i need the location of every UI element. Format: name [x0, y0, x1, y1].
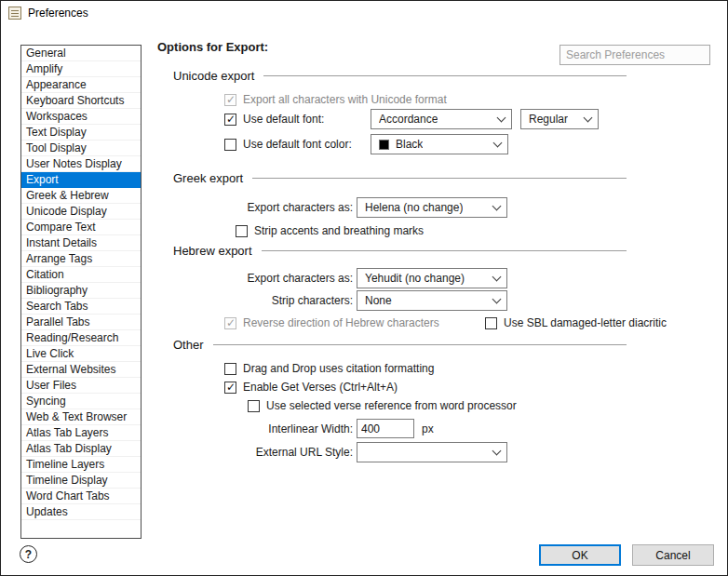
external-url-style-select[interactable] — [357, 442, 507, 462]
sidebar-list: GeneralAmplifyAppearanceKeyboard Shortcu… — [20, 45, 142, 539]
sidebar-item-citation[interactable]: Citation — [21, 267, 141, 283]
strip-accents-checkbox-row[interactable]: Strip accents and breathing marks — [236, 223, 424, 238]
color-swatch-black-icon — [379, 140, 389, 150]
section-rule — [252, 178, 627, 179]
use-default-font-checkbox-row[interactable]: Use default font: — [224, 112, 324, 127]
hebrew-export-as-select[interactable]: Yehudit (no change) — [357, 268, 507, 288]
external-url-style-label: External URL Style: — [157, 446, 353, 459]
sidebar-item-parallel-tabs[interactable]: Parallel Tabs — [21, 315, 141, 330]
enable-get-verses-checkbox[interactable] — [224, 382, 236, 394]
enable-get-verses-checkbox-row[interactable]: Enable Get Verses (Ctrl+Alt+A) — [224, 380, 398, 395]
reverse-direction-checkbox-row[interactable]: Reverse direction of Hebrew characters — [224, 315, 439, 330]
sidebar-item-amplify[interactable]: Amplify — [21, 61, 141, 77]
section-title: Unicode export — [173, 69, 254, 83]
chevron-down-icon — [492, 446, 502, 455]
help-button[interactable]: ? — [20, 545, 37, 563]
section-heading-hebrew-export: Hebrew export — [173, 243, 627, 259]
sidebar-item-arrange-tags[interactable]: Arrange Tags — [21, 251, 141, 267]
sidebar-item-web-text-browser[interactable]: Web & Text Browser — [21, 409, 141, 425]
interlinear-width-input[interactable] — [357, 419, 414, 438]
cancel-button[interactable]: Cancel — [632, 544, 714, 566]
strip-characters-select[interactable]: None — [357, 290, 507, 311]
sidebar-item-atlas-tab-layers[interactable]: Atlas Tab Layers — [21, 425, 141, 441]
sbl-diacritic-checkbox[interactable] — [485, 317, 497, 329]
sidebar-item-tool-display[interactable]: Tool Display — [21, 141, 141, 156]
drag-drop-citation-checkbox[interactable] — [224, 363, 236, 375]
greek-export-as-label: Export characters as: — [157, 201, 353, 214]
reverse-direction-checkbox[interactable] — [224, 317, 236, 329]
interlinear-width-unit: px — [422, 422, 434, 435]
default-font-select[interactable]: Accordance — [371, 109, 512, 129]
selected-verse-reference-label: Use selected verse reference from word p… — [266, 399, 517, 412]
section-rule — [262, 250, 627, 251]
sidebar-item-keyboard-shortcuts[interactable]: Keyboard Shortcuts — [21, 93, 141, 109]
section-heading-unicode-export: Unicode export — [173, 68, 627, 84]
section-rule — [263, 75, 627, 76]
app-icon — [8, 7, 21, 20]
sidebar-item-workspaces[interactable]: Workspaces — [21, 109, 141, 125]
use-default-font-color-checkbox[interactable] — [224, 139, 236, 151]
drag-drop-citation-label: Drag and Drop uses citation formatting — [243, 362, 434, 375]
use-default-font-color-checkbox-row[interactable]: Use default font color: — [224, 137, 352, 152]
section-title: Greek export — [173, 171, 243, 185]
chevron-down-icon — [492, 294, 502, 303]
selected-verse-reference-checkbox-row[interactable]: Use selected verse reference from word p… — [248, 398, 517, 413]
use-default-font-checkbox[interactable] — [224, 114, 236, 126]
sbl-diacritic-label: Use SBL damaged-letter diacritic — [504, 316, 667, 329]
default-font-value: Accordance — [379, 113, 438, 126]
font-color-select[interactable]: Black — [371, 134, 508, 154]
greek-export-as-select[interactable]: Helena (no change) — [357, 197, 507, 218]
reverse-direction-label: Reverse direction of Hebrew characters — [243, 316, 439, 329]
sidebar-item-unicode-display[interactable]: Unicode Display — [21, 204, 141, 220]
strip-accents-checkbox[interactable] — [236, 225, 248, 237]
ok-button[interactable]: OK — [539, 544, 621, 566]
hebrew-export-as-label: Export characters as: — [157, 272, 353, 285]
sidebar-item-search-tabs[interactable]: Search Tabs — [21, 299, 141, 315]
sidebar-item-appearance[interactable]: Appearance — [21, 77, 141, 93]
section-title: Hebrew export — [173, 244, 252, 258]
question-mark-icon: ? — [25, 548, 32, 561]
sidebar-item-updates[interactable]: Updates — [21, 504, 141, 520]
search-input[interactable] — [559, 45, 710, 65]
export-all-unicode-checkbox-row[interactable]: Export all characters with Unicode forma… — [224, 92, 447, 107]
sidebar-item-compare-text[interactable]: Compare Text — [21, 220, 141, 235]
sidebar-item-timeline-layers[interactable]: Timeline Layers — [21, 457, 141, 473]
sidebar-item-bibliography[interactable]: Bibliography — [21, 283, 141, 299]
chevron-down-icon — [497, 113, 506, 122]
sbl-diacritic-checkbox-row[interactable]: Use SBL damaged-letter diacritic — [485, 315, 667, 330]
sidebar-item-live-click[interactable]: Live Click — [21, 346, 141, 362]
drag-drop-citation-checkbox-row[interactable]: Drag and Drop uses citation formatting — [224, 361, 434, 376]
sidebar-item-reading-research[interactable]: Reading/Research — [21, 330, 141, 346]
strip-accents-label: Strip accents and breathing marks — [254, 224, 424, 237]
sidebar-item-export[interactable]: Export — [21, 172, 141, 188]
export-all-unicode-checkbox[interactable] — [224, 94, 236, 106]
strip-characters-value: None — [365, 294, 392, 307]
sidebar-item-instant-details[interactable]: Instant Details — [21, 235, 141, 251]
sidebar-item-external-websites[interactable]: External Websites — [21, 362, 141, 378]
enable-get-verses-label: Enable Get Verses (Ctrl+Alt+A) — [243, 381, 398, 394]
selected-verse-reference-checkbox[interactable] — [248, 400, 260, 412]
sidebar-item-user-files[interactable]: User Files — [21, 378, 141, 394]
sidebar-item-general[interactable]: General — [21, 46, 141, 61]
page-title: Options for Export: — [157, 40, 268, 54]
use-default-font-color-label: Use default font color: — [243, 138, 352, 151]
section-heading-other: Other — [173, 337, 627, 353]
sidebar-item-syncing[interactable]: Syncing — [21, 394, 141, 409]
interlinear-width-label: Interlinear Width: — [157, 422, 353, 435]
font-style-value: Regular — [529, 113, 568, 126]
sidebar-item-atlas-tab-display[interactable]: Atlas Tab Display — [21, 441, 141, 457]
sidebar-item-user-notes-display[interactable]: User Notes Display — [21, 156, 141, 172]
strip-characters-label: Strip characters: — [157, 294, 353, 307]
titlebar: Preferences — [1, 1, 727, 25]
sidebar-item-greek-hebrew[interactable]: Greek & Hebrew — [21, 188, 141, 204]
hebrew-export-as-value: Yehudit (no change) — [365, 272, 465, 285]
font-style-select[interactable]: Regular — [520, 109, 599, 129]
sidebar-item-text-display[interactable]: Text Display — [21, 125, 141, 141]
sidebar-item-word-chart-tabs[interactable]: Word Chart Tabs — [21, 489, 141, 504]
use-default-font-label: Use default font: — [243, 113, 324, 126]
font-color-value: Black — [396, 138, 423, 151]
font-color-value-wrap: Black — [379, 138, 423, 151]
chevron-down-icon — [492, 201, 502, 210]
sidebar-item-timeline-display[interactable]: Timeline Display — [21, 473, 141, 489]
chevron-down-icon — [493, 138, 503, 147]
